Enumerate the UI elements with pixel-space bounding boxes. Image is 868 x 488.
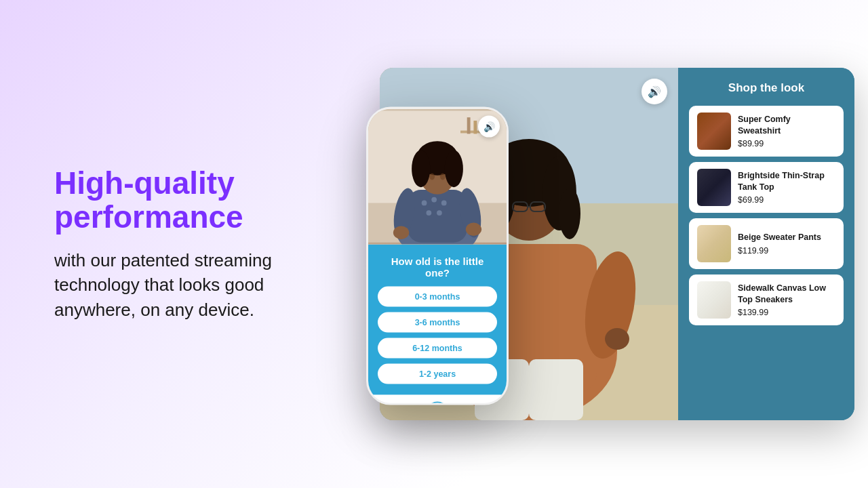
product-price-2: $69.99 (738, 195, 835, 205)
svg-rect-17 (529, 359, 583, 420)
product-name-1: Super Comfy Sweatshirt (738, 114, 835, 136)
product-card-4[interactable]: Sidewalk Canvas Low Top Sneakers$139.99 (689, 274, 844, 325)
product-price-3: $119.99 (738, 246, 835, 256)
headline: High-quality performance (54, 166, 285, 235)
product-name-4: Sidewalk Canvas Low Top Sneakers (738, 283, 835, 305)
product-info-1: Super Comfy Sweatshirt$89.99 (738, 114, 835, 148)
product-thumb-1 (697, 113, 731, 150)
product-card-3[interactable]: Beige Sweater Pants$119.99 (689, 218, 844, 269)
devices-section: 🔊 Shop the look Super Comfy Sweatshirt$8… (326, 0, 868, 488)
product-card-2[interactable]: Brightside Thin-Strap Tank Top$69.99 (689, 162, 844, 213)
quiz-option-3[interactable]: 6-12 months (378, 338, 497, 359)
quiz-option-2[interactable]: 3-6 months (378, 312, 497, 333)
shop-panel: Shop the look Super Comfy Sweatshirt$89.… (678, 68, 854, 420)
svg-point-30 (426, 210, 431, 216)
svg-point-37 (440, 174, 446, 180)
quiz-option-1[interactable]: 0-3 months (378, 287, 497, 307)
svg-point-41 (466, 223, 481, 236)
product-name-3: Beige Sweater Pants (738, 232, 835, 243)
phone-quiz: How old is the little one? 0-3 months 3-… (368, 245, 507, 395)
phone-bottom: ← (368, 395, 507, 405)
svg-point-35 (445, 150, 463, 187)
phone-sound-button[interactable]: 🔊 (478, 116, 500, 138)
product-info-3: Beige Sweater Pants$119.99 (738, 232, 835, 255)
phone-video: 🔊 (368, 109, 507, 245)
product-thumb-2 (697, 169, 731, 206)
product-thumb-3 (697, 225, 731, 262)
back-button[interactable]: ← (425, 402, 450, 405)
phone: 🔊 How old is the little one? 0-3 months … (366, 107, 509, 405)
product-name-2: Brightside Thin-Strap Tank Top (738, 170, 835, 192)
svg-point-40 (393, 226, 409, 239)
svg-point-28 (431, 197, 437, 203)
svg-point-19 (605, 328, 629, 350)
product-card-1[interactable]: Super Comfy Sweatshirt$89.99 (689, 106, 844, 157)
subtext: with our patented streaming technology t… (54, 248, 285, 322)
svg-rect-23 (467, 117, 471, 134)
svg-point-27 (422, 201, 427, 206)
product-thumb-4 (697, 281, 731, 319)
svg-point-29 (441, 201, 447, 206)
svg-point-12 (559, 188, 580, 239)
product-list: Super Comfy Sweatshirt$89.99Brightside T… (689, 106, 844, 331)
product-price-4: $139.99 (738, 308, 835, 317)
product-price-1: $89.99 (738, 139, 835, 148)
svg-rect-26 (408, 190, 467, 243)
svg-point-36 (429, 174, 435, 180)
svg-point-31 (437, 210, 442, 216)
headline-line2: performance (54, 199, 243, 235)
tablet-sound-button[interactable]: 🔊 (642, 79, 667, 104)
product-info-4: Sidewalk Canvas Low Top Sneakers$139.99 (738, 283, 835, 317)
svg-point-34 (412, 150, 430, 187)
quiz-question: How old is the little one? (378, 256, 497, 279)
headline-line1: High-quality (54, 165, 235, 201)
left-section: High-quality performance with our patent… (0, 125, 326, 363)
product-info-2: Brightside Thin-Strap Tank Top$69.99 (738, 170, 835, 205)
shop-title: Shop the look (689, 81, 844, 95)
svg-rect-24 (473, 121, 477, 134)
quiz-option-4[interactable]: 1-2 years (378, 364, 497, 384)
